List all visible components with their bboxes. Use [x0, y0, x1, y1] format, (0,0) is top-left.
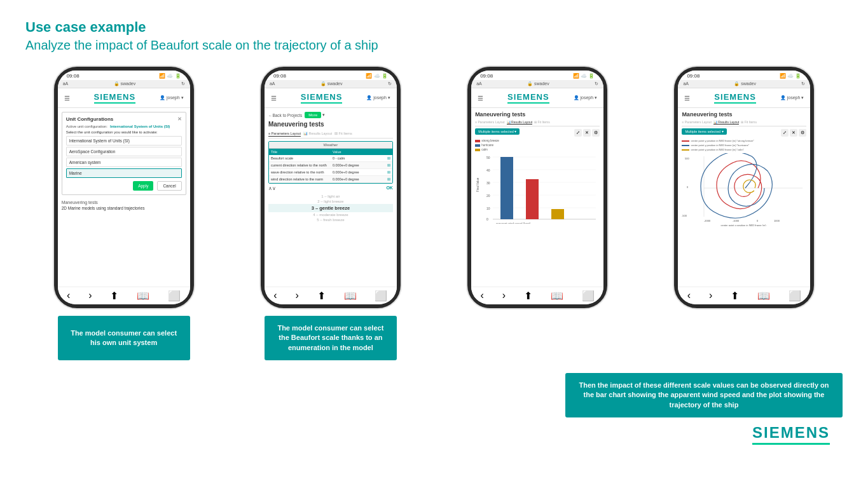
table-row-beaufort: Beaufort scale 0 - calm ⊞ [269, 155, 392, 162]
legend-line-hurricane [682, 145, 689, 146]
browser-url-1: 🔒 swadev [114, 81, 136, 86]
status-time-1: 09:08 [67, 73, 79, 79]
dialog-buttons: Apply Cancel [66, 181, 182, 191]
bar-chart-3: 50 40 30 20 10 0 Final Value [475, 154, 600, 224]
browser-aa-3: aA [476, 81, 482, 86]
maneuvering-title-3: Maneuvering tests [475, 111, 600, 118]
browser-refresh-1[interactable]: ↻ [181, 81, 185, 86]
browser-aa-1: aA [63, 81, 69, 86]
tab-fit-4[interactable]: ⊞ Fit Items [741, 120, 757, 125]
option-american[interactable]: American system [66, 158, 182, 167]
close-icon-4[interactable]: ✕ [790, 129, 797, 137]
expand-icon-3[interactable]: ⤢ [574, 129, 582, 137]
hamburger-icon-2[interactable]: ☰ [271, 95, 277, 102]
col-title: Title [269, 149, 331, 155]
browser-aa-4: aA [683, 81, 689, 86]
book-icon-3[interactable]: 📖 [551, 290, 563, 302]
table-row-wave: wave direction relative to the north 0.0… [269, 169, 392, 176]
legend-color-calm [475, 149, 480, 151]
dialog-close-icon[interactable]: ✕ [177, 116, 182, 122]
tab-icon-2[interactable]: ⬜ [375, 290, 387, 302]
tab-fit-3[interactable]: ⊞ Fit Items [534, 120, 550, 125]
forward-nav-icon-3[interactable]: › [502, 290, 506, 302]
browser-refresh-3[interactable]: ↻ [595, 81, 598, 86]
svg-rect-15 [551, 209, 564, 219]
status-time-2: 09:08 [273, 73, 286, 79]
page-title-phone-2: Maneuvering tests [268, 121, 393, 128]
siemens-nav-1: ☰ SIEMENS 👤 joseph ▾ [58, 88, 190, 108]
settings-icon-4[interactable]: ⚙ [799, 129, 806, 137]
page-subtitle: Analyze the impact of Beaufort scale on … [25, 38, 843, 53]
back-nav-icon-3[interactable]: ‹ [481, 290, 484, 302]
svg-text:20: 20 [486, 194, 490, 198]
browser-url-2: 🔒 swadev [320, 81, 343, 86]
hamburger-icon-3[interactable]: ☰ [478, 95, 483, 102]
page-title: Use case example [25, 19, 843, 36]
caption-3-4: Then the impact of these different scale… [565, 367, 843, 417]
user-badge-3: 👤 joseph ▾ [574, 95, 598, 100]
legend-color-hurricane [475, 144, 480, 147]
header-section: Use case example Analyze the impact of B… [25, 19, 843, 53]
tab-results-4[interactable]: 📊 Results Layout [713, 120, 739, 125]
back-nav-icon-4[interactable]: ‹ [687, 290, 691, 302]
phone-frame-3: 09:08 📶 ☁️ 🔋 aA 🔒 swadev ↻ ☰ SIEMENS [466, 65, 609, 309]
tab-results-3[interactable]: 📊 Results Layout [507, 120, 532, 125]
legend-line-calm [682, 149, 689, 151]
tab-params-3[interactable]: ≡ Parameters Layout [475, 120, 505, 125]
option-marine[interactable]: Marine [66, 168, 182, 178]
multiple-select-3[interactable]: Multiple items selected ▾ [475, 128, 520, 135]
svg-rect-14 [526, 179, 539, 219]
status-time-3: 09:08 [480, 73, 493, 79]
svg-text:-2000: -2000 [704, 219, 711, 222]
back-nav-icon-2[interactable]: ‹ [273, 290, 277, 302]
tab-icon-4[interactable]: ⬜ [789, 290, 801, 302]
book-icon-2[interactable]: 📖 [344, 290, 357, 302]
phone-column-1: 09:08 📶 ☁️ 🔋 aA 🔒 swadev ↻ ☰ SIEMENS [25, 65, 222, 360]
ok-btn-2[interactable]: OK [386, 186, 393, 191]
settings-icon-3[interactable]: ⚙ [592, 129, 600, 137]
option-si[interactable]: International System of Units (SI) [66, 136, 182, 146]
svg-text:Final Value: Final Value [476, 177, 479, 192]
forward-nav-icon-1[interactable]: › [88, 290, 92, 302]
cancel-button[interactable]: Cancel [157, 181, 181, 191]
svg-text:0: 0 [687, 186, 689, 189]
browser-refresh-4[interactable]: ↻ [801, 81, 805, 86]
hamburger-icon-4[interactable]: ☰ [684, 95, 690, 102]
siemens-logo-4: SIEMENS [714, 92, 756, 102]
share-icon-3[interactable]: ⬆ [524, 290, 532, 302]
book-icon-4[interactable]: 📖 [757, 290, 770, 302]
forward-nav-icon-4[interactable]: › [709, 290, 712, 302]
legend-line-strong [682, 140, 689, 142]
beaufort-item-3-active[interactable]: 3 – gentle breeze [268, 204, 393, 212]
status-icons-4: 📶 ☁️ 🔋 [780, 73, 801, 79]
expand-icon-4[interactable]: ⤢ [781, 129, 789, 137]
more-btn-2[interactable]: More [305, 112, 321, 118]
tab-params-4[interactable]: ≡ Parameters Layout [682, 120, 712, 125]
share-icon-1[interactable]: ⬆ [110, 290, 118, 302]
caption-2: The model consumer can select the Beaufo… [265, 316, 397, 360]
forward-nav-icon-2[interactable]: › [295, 290, 298, 302]
col-value: Value [331, 149, 392, 155]
tab-icon-1[interactable]: ⬜ [168, 290, 181, 302]
browser-refresh-2[interactable]: ↻ [388, 81, 392, 86]
option-aerospace[interactable]: AeroSpace Configuration [66, 147, 182, 156]
legend-color-strong [475, 140, 480, 142]
hamburger-icon-1[interactable]: ☰ [64, 95, 70, 102]
tab-results-2[interactable]: 📊 Results Layout [303, 132, 332, 137]
share-icon-4[interactable]: ⬆ [731, 290, 739, 302]
tab-params-2[interactable]: ≡ Parameters Layout [268, 132, 301, 137]
svg-text:1000: 1000 [774, 219, 780, 222]
beaufort-list: 1 – light air 2 – light breeze 3 – gentl… [268, 194, 393, 222]
phones-row: 09:08 📶 ☁️ 🔋 aA 🔒 swadev ↻ ☰ SIEMENS [25, 65, 843, 360]
book-icon-1[interactable]: 📖 [137, 290, 149, 302]
browser-aa-2: aA [270, 81, 275, 86]
tab-fit-2[interactable]: ⊞ Fit Items [334, 132, 352, 137]
close-icon-3[interactable]: ✕ [583, 129, 591, 137]
tab-icon-3[interactable]: ⬜ [582, 290, 595, 302]
phone-bottom-bar-2: ‹ › ⬆ 📖 ⬜ [265, 287, 397, 304]
apply-button[interactable]: Apply [133, 181, 153, 191]
back-nav-icon-1[interactable]: ‹ [67, 290, 70, 302]
share-icon-2[interactable]: ⬆ [317, 290, 326, 302]
multiple-select-4[interactable]: Multiple items selected ▾ [682, 128, 726, 135]
row-edit-icon[interactable]: ⊞ [387, 156, 390, 160]
